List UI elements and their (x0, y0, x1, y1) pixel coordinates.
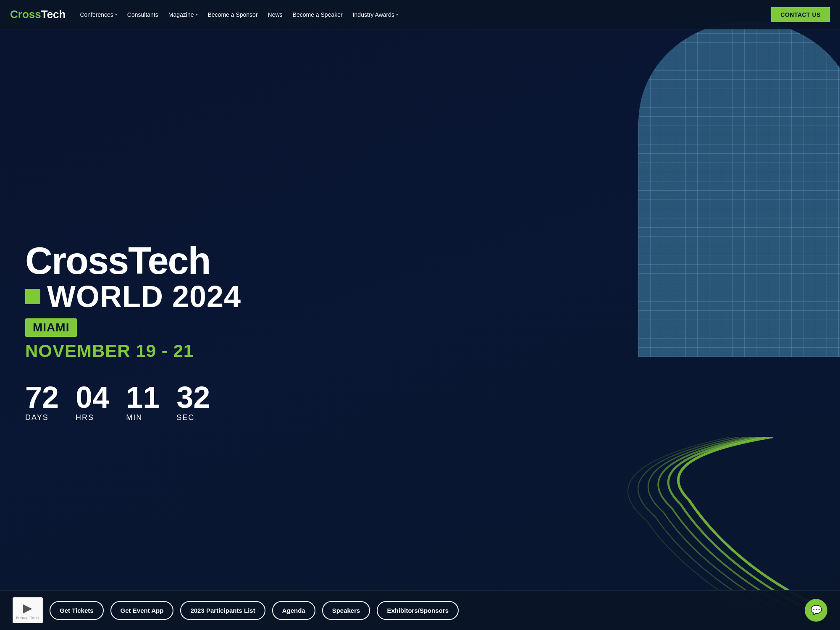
speakers-button[interactable]: Speakers (322, 601, 370, 620)
hero-title-cross: Cross (25, 240, 128, 282)
hero-world-row: WORLD 2024 (25, 281, 241, 312)
bottom-bar: ▶ Privacy - Terms Get Tickets Get Event … (0, 590, 840, 630)
logo-tech: Tech (41, 8, 66, 21)
recaptcha-text: Privacy - Terms (16, 616, 39, 620)
countdown-hrs-number: 04 (76, 382, 109, 412)
countdown-min-number: 11 (126, 382, 160, 412)
nav-item-speaker[interactable]: Become a Speaker (292, 10, 344, 20)
nav-item-news[interactable]: News (267, 10, 284, 20)
countdown-days: 72 DAYS (25, 382, 59, 422)
get-tickets-button[interactable]: Get Tickets (50, 601, 104, 620)
chat-button[interactable]: 💬 (805, 599, 827, 622)
countdown-sec-number: 32 (176, 382, 210, 412)
logo-cross: Cross (10, 8, 41, 21)
exhibitors-sponsors-button[interactable]: Exhibitors/Sponsors (377, 601, 459, 620)
nav-item-conferences[interactable]: Conferences ▾ (79, 10, 118, 20)
building-grid (638, 21, 840, 357)
contact-button[interactable]: CONTACT US (771, 7, 830, 22)
hero-title-tech: Tech (128, 240, 210, 282)
hero-section: CrossTech WORLD 2024 MIAMI NOVEMBER 19 -… (0, 0, 840, 630)
hero-city-badge: MIAMI (25, 318, 77, 337)
logo[interactable]: CrossTech (10, 8, 66, 21)
chat-icon: 💬 (811, 605, 822, 616)
green-square-decoration (25, 289, 40, 304)
nav-item-awards[interactable]: Industry Awards ▾ (352, 10, 399, 20)
nav-item-magazine[interactable]: Magazine ▾ (168, 10, 199, 20)
countdown: 72 DAYS 04 HRS 11 MIN 32 SEC (25, 382, 241, 422)
hero-title: CrossTech (25, 242, 241, 280)
recaptcha-box: ▶ Privacy - Terms (13, 597, 43, 623)
chevron-down-icon: ▾ (396, 12, 398, 17)
countdown-min: 11 MIN (126, 382, 160, 422)
countdown-sec-label: SEC (176, 413, 194, 422)
agenda-button[interactable]: Agenda (272, 601, 315, 620)
countdown-hrs: 04 HRS (76, 382, 109, 422)
get-event-app-button[interactable]: Get Event App (110, 601, 174, 620)
countdown-hrs-label: HRS (76, 413, 94, 422)
nav-center: Conferences ▾ Consultants Magazine ▾ Bec… (79, 10, 771, 20)
countdown-days-number: 72 (25, 382, 59, 412)
nav-item-consultants[interactable]: Consultants (126, 10, 159, 20)
hero-building (638, 21, 840, 357)
countdown-days-label: DAYS (25, 413, 49, 422)
chevron-down-icon: ▾ (196, 12, 198, 17)
recaptcha-icon: ▶ (23, 601, 32, 615)
hero-world-label: WORLD 2024 (47, 281, 241, 312)
hero-date: NOVEMBER 19 - 21 (25, 341, 241, 361)
hero-content: CrossTech WORLD 2024 MIAMI NOVEMBER 19 -… (0, 208, 266, 422)
navbar: CrossTech Conferences ▾ Consultants Maga… (0, 0, 840, 29)
chevron-down-icon: ▾ (115, 12, 117, 17)
participants-list-button[interactable]: 2023 Participants List (180, 601, 265, 620)
countdown-min-label: MIN (126, 413, 142, 422)
countdown-sec: 32 SEC (176, 382, 210, 422)
nav-item-sponsor[interactable]: Become a Sponsor (207, 10, 259, 20)
